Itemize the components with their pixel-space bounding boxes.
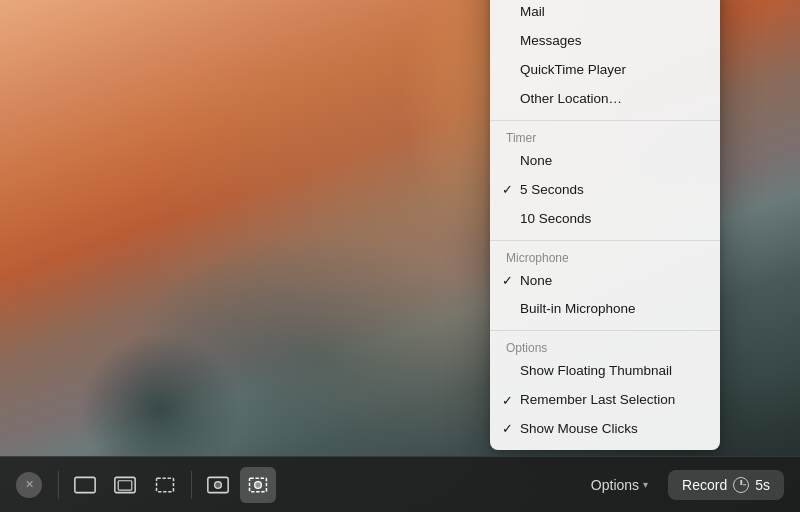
record-timer-value: 5s — [755, 477, 770, 493]
svg-rect-0 — [75, 477, 95, 492]
record-selection-button[interactable] — [240, 467, 276, 503]
menu-item-messages[interactable]: Messages — [490, 27, 720, 56]
screenshot-fullscreen-icon — [74, 476, 96, 494]
menu-section-save-to: Save to Desktop Documents Mail Messages … — [490, 0, 720, 120]
screenshot-fullscreen-button[interactable] — [67, 467, 103, 503]
menu-item-quicktime[interactable]: QuickTime Player — [490, 56, 720, 85]
svg-rect-2 — [118, 480, 132, 489]
menu-item-mic-builtin[interactable]: Built-in Microphone — [490, 295, 720, 324]
screenshot-window-icon — [114, 476, 136, 494]
timer-icon — [733, 477, 749, 493]
close-button[interactable] — [16, 472, 42, 498]
screenshot-window-button[interactable] — [107, 467, 143, 503]
toolbar: Options ▾ Record 5s — [0, 456, 800, 512]
record-label: Record — [682, 477, 727, 493]
menu-item-show-mouse-clicks[interactable]: Show Mouse Clicks — [490, 415, 720, 444]
toolbar-separator-1 — [58, 471, 59, 499]
svg-rect-3 — [157, 478, 174, 492]
menu-item-timer-none[interactable]: None — [490, 147, 720, 176]
menu-item-timer-5s[interactable]: 5 Seconds — [490, 176, 720, 205]
record-button[interactable]: Record 5s — [668, 470, 784, 500]
screenshot-selection-button[interactable] — [147, 467, 183, 503]
menu-section-header-timer: Timer — [490, 127, 720, 147]
chevron-down-icon: ▾ — [643, 479, 648, 490]
menu-section-header-microphone: Microphone — [490, 247, 720, 267]
menu-section-header-options: Options — [490, 337, 720, 357]
menu-item-mail[interactable]: Mail — [490, 0, 720, 27]
menu-item-timer-10s[interactable]: 10 Seconds — [490, 205, 720, 234]
menu-section-timer: Timer None 5 Seconds 10 Seconds — [490, 120, 720, 240]
record-selection-icon — [247, 476, 269, 494]
menu-section-options: Options Show Floating Thumbnail Remember… — [490, 330, 720, 450]
record-fullscreen-icon — [207, 476, 229, 494]
options-button[interactable]: Options ▾ — [581, 471, 658, 499]
screenshot-selection-icon — [154, 476, 176, 494]
menu-item-mic-none[interactable]: None — [490, 267, 720, 296]
options-label: Options — [591, 477, 639, 493]
svg-point-7 — [255, 481, 262, 488]
menu-item-floating-thumbnail[interactable]: Show Floating Thumbnail — [490, 357, 720, 386]
menu-item-other-location[interactable]: Other Location… — [490, 85, 720, 114]
svg-point-5 — [215, 481, 222, 488]
menu-item-remember-selection[interactable]: Remember Last Selection — [490, 386, 720, 415]
toolbar-separator-2 — [191, 471, 192, 499]
menu-section-microphone: Microphone None Built-in Microphone — [490, 240, 720, 331]
context-menu: Save to Desktop Documents Mail Messages … — [490, 0, 720, 450]
record-fullscreen-button[interactable] — [200, 467, 236, 503]
